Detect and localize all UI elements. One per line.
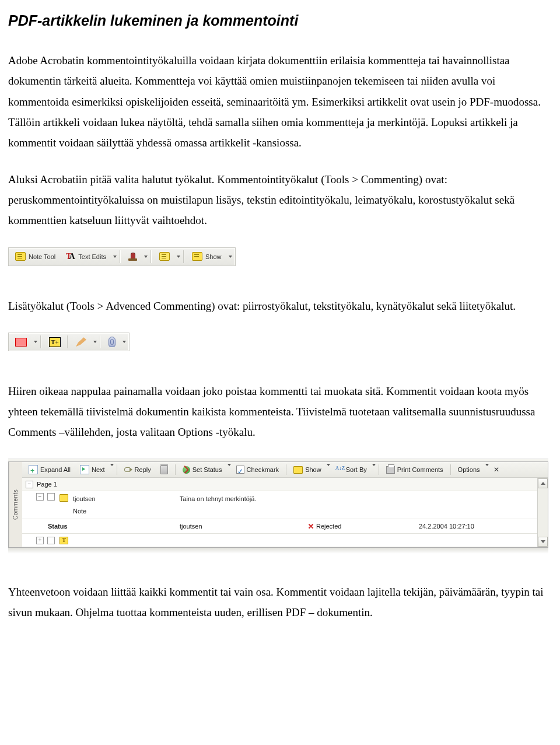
panel-show-label: Show (305, 464, 321, 475)
collapse-icon[interactable]: − (36, 493, 44, 501)
pencil-tool-button[interactable] (71, 334, 91, 350)
next-dropdown[interactable] (110, 464, 114, 475)
stamp-tool-button[interactable] (124, 249, 142, 265)
chevron-down-icon (110, 464, 114, 473)
chevron-down-icon (177, 256, 180, 258)
next-icon (80, 465, 89, 474)
comment-row[interactable]: + T (22, 534, 537, 547)
panel-show-dropdown[interactable] (327, 464, 330, 475)
toolbar-separator (183, 250, 184, 263)
stamp-dropdown[interactable] (142, 249, 149, 264)
text-edits-icon: TA (66, 253, 75, 261)
print-comments-button[interactable]: Print Comments (382, 463, 447, 477)
note-icon (15, 252, 26, 261)
status-state: Rejected (308, 520, 341, 532)
show-icon (192, 252, 202, 261)
scroll-up-button[interactable] (538, 478, 548, 488)
chevron-down-icon (113, 256, 117, 258)
comment-checkbox[interactable] (47, 537, 55, 544)
chevron-down-icon (372, 464, 376, 473)
print-comments-label: Print Comments (397, 464, 443, 475)
chevron-down-icon (228, 464, 231, 473)
toolbar-separator (120, 250, 121, 263)
show-button[interactable]: Show (187, 249, 226, 265)
text-edits-button[interactable]: TA Text Edits (61, 249, 111, 265)
paragraph-1: Adobe Acrobatin kommentointityökaluilla … (8, 50, 548, 153)
comments-panel: Comments Expand All Next Reply (8, 459, 548, 554)
options-dropdown[interactable] (485, 464, 489, 475)
expand-icon[interactable]: + (36, 537, 44, 544)
highlight-icon: T (60, 537, 68, 544)
page-label: Page 1 (37, 478, 57, 490)
paragraph-4: Hiiren oikeaa nappulaa painamalla voidaa… (8, 381, 548, 442)
comment-text: Taina on tehnyt merkintöjä. (180, 493, 256, 505)
chevron-down-icon (485, 464, 489, 473)
text-edits-dropdown[interactable] (111, 249, 118, 264)
checkmark-button[interactable]: Checkmark (232, 463, 284, 477)
advanced-commenting-toolbar: T+ (8, 333, 130, 351)
rectangle-icon (15, 338, 27, 347)
panel-scrollbar[interactable] (537, 478, 548, 547)
text-box-tool-button[interactable]: T+ (44, 334, 65, 350)
expand-all-button[interactable]: Expand All (24, 463, 75, 477)
reply-button[interactable]: Reply (120, 463, 155, 477)
sort-by-dropdown[interactable] (372, 464, 376, 475)
expand-all-label: Expand All (40, 464, 71, 475)
panel-show-button[interactable]: Show (289, 463, 326, 477)
show-dropdown[interactable] (227, 249, 234, 264)
status-timestamp: 24.2.2004 10:27:10 (419, 520, 474, 532)
rectangle-dropdown[interactable] (32, 334, 39, 349)
close-icon: ✕ (494, 463, 499, 476)
toolbar-separator (67, 335, 68, 348)
note-tool-label: Note Tool (29, 251, 55, 263)
text-edits-label: Text Edits (78, 251, 106, 263)
page-group-row[interactable]: − Page 1 (22, 478, 537, 491)
paperclip-icon (108, 337, 116, 347)
pencil-dropdown[interactable] (92, 334, 99, 349)
toolbar-separator (150, 250, 152, 263)
comment-row[interactable]: − tjoutsen Note 24.2.2004 10:24:24 Taina… (22, 491, 537, 519)
set-status-dropdown[interactable] (228, 464, 231, 475)
commenting-toolbar: Note Tool TA Text Edits Show (8, 247, 236, 266)
show-label: Show (205, 251, 222, 263)
chevron-up-icon (541, 482, 545, 485)
show-note-icon (293, 466, 303, 474)
checkmark-icon (236, 466, 244, 474)
highlight-tool-button[interactable] (155, 249, 174, 265)
panel-close-button[interactable]: ✕ (492, 466, 501, 474)
chevron-down-icon (541, 540, 545, 543)
comment-author: tjoutsen (73, 493, 128, 505)
paragraph-2: Aluksi Acrobatiin pitää valita halutut t… (8, 169, 548, 230)
next-label: Next (92, 464, 105, 475)
rejected-icon (308, 523, 314, 529)
attach-tool-button[interactable] (104, 334, 120, 350)
comments-tab[interactable]: Comments (9, 462, 22, 547)
comment-checkbox[interactable] (47, 493, 55, 501)
expand-icon (29, 465, 38, 474)
rectangle-tool-button[interactable] (10, 334, 32, 350)
collapse-icon[interactable]: − (26, 481, 33, 488)
attach-dropdown[interactable] (121, 334, 128, 349)
status-label: Status (48, 520, 68, 532)
next-button[interactable]: Next (76, 463, 109, 477)
highlight-dropdown[interactable] (175, 249, 182, 264)
print-icon (386, 466, 395, 474)
paragraph-5: Yhteenvetoon voidaan liittää kaikki komm… (8, 582, 548, 622)
chevron-down-icon (229, 256, 232, 258)
note-icon (60, 494, 68, 502)
chevron-down-icon (93, 341, 97, 343)
paragraph-3: Lisätyökalut (Tools > Advenced Commentin… (8, 296, 548, 316)
text-box-icon: T+ (49, 337, 61, 347)
chevron-down-icon (327, 464, 330, 473)
chevron-down-icon (144, 256, 148, 258)
delete-button[interactable] (156, 463, 172, 477)
options-button[interactable]: Options (454, 463, 484, 477)
set-status-label: Set Status (192, 464, 222, 475)
scroll-down-button[interactable] (538, 537, 548, 547)
reply-icon (124, 466, 132, 474)
reply-label: Reply (135, 464, 151, 475)
sort-by-button[interactable]: A↓Z Sort By (331, 463, 371, 477)
set-status-button[interactable]: Set Status (178, 463, 226, 477)
note-tool-button[interactable]: Note Tool (10, 249, 60, 265)
chevron-down-icon (34, 341, 37, 343)
